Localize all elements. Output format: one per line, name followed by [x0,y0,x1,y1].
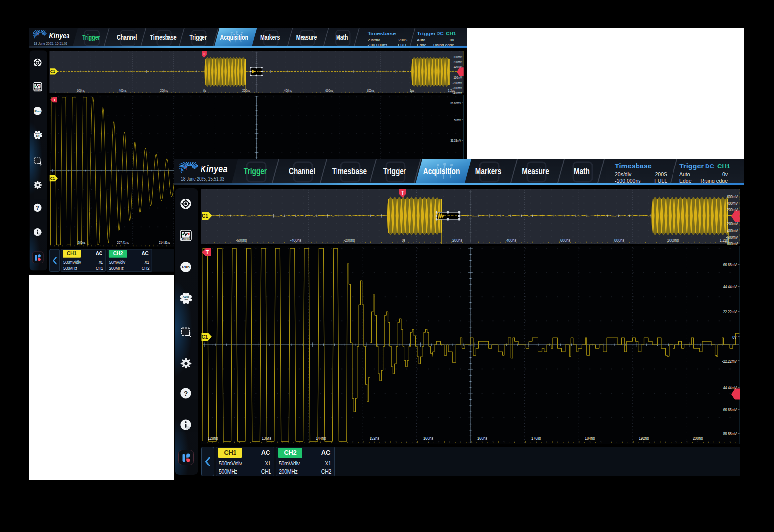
svg-text:C1: C1 [50,176,56,181]
svg-text:T: T [53,98,56,102]
svg-text:T: T [401,190,404,196]
svg-text:Set: Set [183,298,188,301]
svg-text:Run: Run [34,109,40,113]
svg-text:single: single [35,89,40,91]
svg-text:Run: Run [182,265,190,269]
svg-text:single: single [182,238,189,240]
svg-text:T: T [203,52,205,56]
svg-text:C1: C1 [202,334,208,340]
svg-text:C1: C1 [50,69,56,74]
svg-text:T: T [206,249,209,255]
svg-text:Set: Set [36,134,39,137]
svg-text:C1: C1 [202,213,208,219]
svg-text:?: ? [184,390,188,397]
svg-text:?: ? [36,205,39,211]
